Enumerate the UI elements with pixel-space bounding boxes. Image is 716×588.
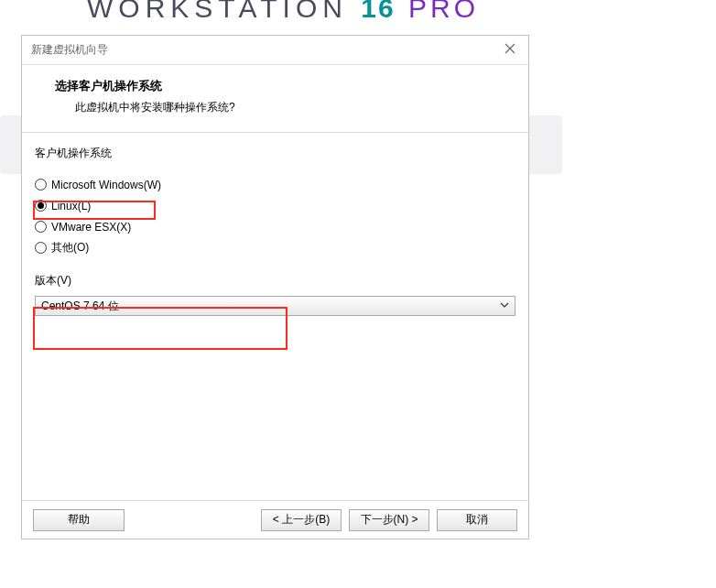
radio-windows[interactable]: Microsoft Windows(W) [35, 174, 515, 195]
os-group-label: 客户机操作系统 [35, 146, 515, 161]
back-button[interactable]: < 上一步(B) [261, 509, 342, 531]
header-title: 选择客户机操作系统 [55, 78, 501, 94]
titlebar: 新建虚拟机向导 [22, 36, 528, 65]
cancel-button[interactable]: 取消 [437, 509, 517, 531]
radio-label: 其他(O) [51, 240, 89, 256]
logo-word: WORKSTATION [87, 0, 348, 23]
radio-vmware-esx[interactable]: VMware ESX(X) [35, 216, 515, 237]
radio-icon [35, 242, 47, 254]
dialog-title: 新建虚拟机向导 [31, 42, 108, 58]
header-section: 选择客户机操作系统 此虚拟机中将安装哪种操作系统? [22, 65, 528, 133]
radio-icon [35, 200, 47, 212]
radio-label: VMware ESX(X) [51, 221, 131, 234]
wizard-dialog: 新建虚拟机向导 选择客户机操作系统 此虚拟机中将安装哪种操作系统? 客户机操作系… [21, 35, 529, 539]
close-icon[interactable] [504, 43, 519, 58]
radio-label: Microsoft Windows(W) [51, 179, 161, 191]
button-label: < 上一步(B) [273, 512, 330, 528]
bg-logo: WORKSTATION 16 PRO [87, 0, 479, 24]
radio-icon [35, 221, 47, 233]
button-label: 下一步(N) > [361, 512, 418, 528]
body-section: 客户机操作系统 Microsoft Windows(W) Linux(L) VM… [22, 133, 528, 500]
next-button[interactable]: 下一步(N) > [349, 509, 429, 531]
version-select[interactable]: CentOS 7 64 位 [35, 296, 515, 316]
radio-linux[interactable]: Linux(L) [35, 195, 515, 216]
footer: 帮助 < 上一步(B) 下一步(N) > 取消 [22, 500, 528, 539]
version-value: CentOS 7 64 位 [41, 299, 119, 314]
logo-pro: PRO [408, 0, 479, 23]
button-label: 帮助 [68, 512, 90, 528]
radio-other[interactable]: 其他(O) [35, 237, 515, 258]
chevron-down-icon [500, 299, 509, 312]
version-label: 版本(V) [35, 273, 515, 289]
os-radio-group: Microsoft Windows(W) Linux(L) VMware ESX… [35, 169, 515, 273]
button-label: 取消 [466, 512, 488, 528]
help-button[interactable]: 帮助 [33, 509, 125, 531]
logo-number: 16 [361, 0, 395, 23]
radio-icon [35, 179, 47, 191]
radio-label: Linux(L) [51, 200, 91, 212]
header-subtitle: 此虚拟机中将安装哪种操作系统? [55, 100, 501, 115]
